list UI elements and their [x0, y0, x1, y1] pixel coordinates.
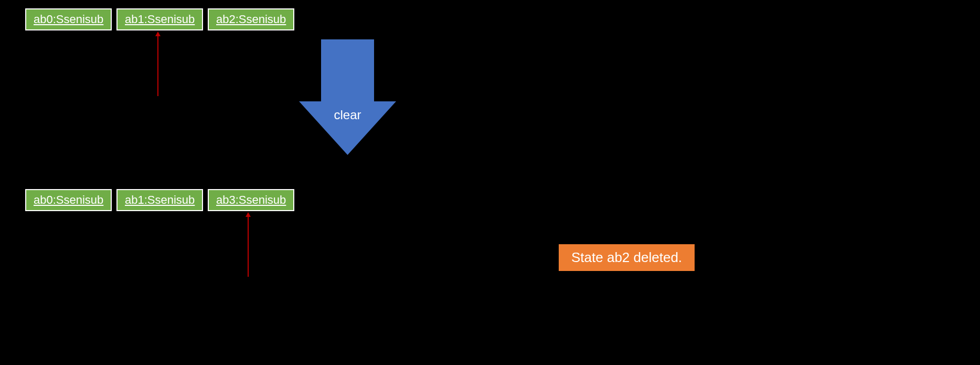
pointer-arrow-top: [157, 36, 158, 96]
status-message: State ab2 deleted.: [559, 244, 695, 271]
state-box-top-2: ab2:Ssenisub: [208, 8, 294, 30]
state-box-bottom-1: ab1:Ssenisub: [116, 189, 203, 211]
state-box-bottom-0: ab0:Ssenisub: [25, 189, 112, 211]
pointer-arrow-bottom: [248, 216, 249, 277]
transition-arrow: clear: [299, 39, 396, 155]
state-box-top-0: ab0:Ssenisub: [25, 8, 112, 30]
state-box-bottom-2: ab3:Ssenisub: [208, 189, 294, 211]
transition-arrow-label: clear: [299, 108, 396, 122]
state-box-top-1: ab1:Ssenisub: [116, 8, 203, 30]
